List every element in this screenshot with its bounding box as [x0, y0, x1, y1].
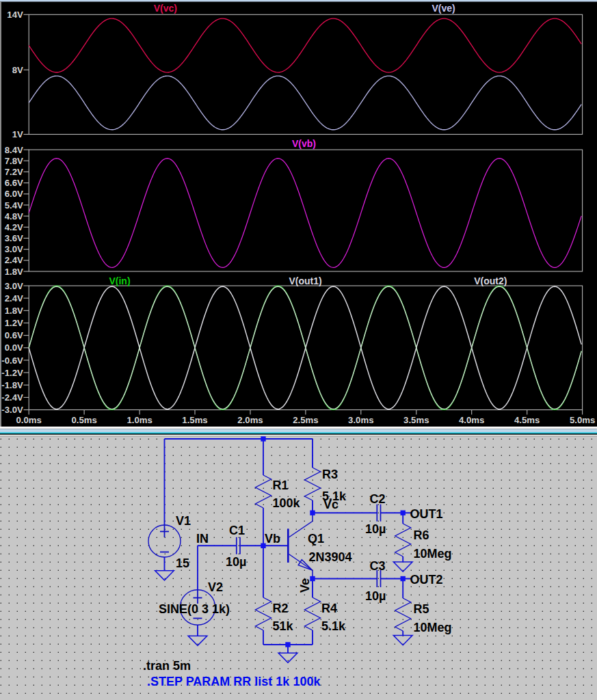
svg-text:0.0V: 0.0V — [5, 342, 23, 353]
svg-text:R5: R5 — [414, 602, 429, 616]
svg-text:V(ve): V(ve) — [432, 3, 455, 14]
svg-text:OUT1: OUT1 — [410, 507, 443, 521]
svg-text:V(vc): V(vc) — [154, 3, 177, 14]
svg-text:-3.0V: -3.0V — [1, 405, 23, 415]
svg-text:4.8V: 4.8V — [5, 211, 23, 221]
svg-text:1.8V: 1.8V — [5, 306, 23, 316]
svg-text:-0.6V: -0.6V — [1, 355, 23, 366]
svg-text:R3: R3 — [322, 468, 338, 481]
svg-text:0.5ms: 0.5ms — [71, 415, 96, 425]
svg-text:0.0ms: 0.0ms — [16, 415, 41, 425]
svg-text:Ve: Ve — [298, 578, 312, 593]
svg-text:2.4V: 2.4V — [5, 293, 23, 304]
svg-text:10Meg: 10Meg — [414, 621, 452, 634]
svg-text:5.4V: 5.4V — [5, 200, 23, 211]
svg-text:Vc: Vc — [323, 498, 339, 511]
svg-text:OUT2: OUT2 — [410, 573, 443, 587]
svg-text:3.0V: 3.0V — [5, 244, 23, 254]
svg-text:-1.2V: -1.2V — [1, 368, 23, 378]
svg-text:V(out2): V(out2) — [474, 275, 507, 286]
svg-text:10Meg: 10Meg — [414, 547, 452, 561]
svg-text:10µ: 10µ — [365, 589, 386, 603]
svg-text:1.5ms: 1.5ms — [182, 415, 207, 425]
svg-text:R2: R2 — [273, 602, 289, 615]
svg-text:V1: V1 — [176, 514, 191, 528]
svg-text:8.4V: 8.4V — [5, 145, 23, 155]
svg-text:R4: R4 — [321, 602, 337, 615]
svg-text:4.5ms: 4.5ms — [514, 415, 540, 425]
svg-text:V2: V2 — [208, 580, 223, 594]
svg-text:C3: C3 — [370, 559, 386, 573]
svg-text:R1: R1 — [273, 479, 289, 492]
svg-text:C1: C1 — [229, 524, 245, 537]
svg-text:C2: C2 — [370, 492, 386, 506]
svg-text:10µ: 10µ — [365, 522, 386, 536]
svg-text:Q1: Q1 — [308, 532, 324, 546]
svg-text:4.2V: 4.2V — [5, 222, 23, 232]
svg-text:5.1k: 5.1k — [321, 619, 346, 633]
svg-text:4.0ms: 4.0ms — [459, 415, 484, 425]
svg-text:V(in): V(in) — [109, 275, 130, 286]
svg-text:0.6V: 0.6V — [5, 330, 23, 340]
svg-text:100k: 100k — [273, 496, 301, 510]
svg-text:IN: IN — [196, 532, 209, 546]
svg-text:1.8V: 1.8V — [5, 267, 23, 277]
svg-text:7.2V: 7.2V — [5, 167, 23, 177]
svg-text:2.5ms: 2.5ms — [293, 415, 318, 425]
svg-text:51k: 51k — [273, 619, 294, 633]
svg-text:SINE(0 3 1k): SINE(0 3 1k) — [159, 602, 230, 616]
svg-text:3.6V: 3.6V — [5, 233, 23, 243]
svg-text:2.4V: 2.4V — [5, 255, 23, 265]
svg-text:Vb: Vb — [265, 532, 280, 546]
svg-text:3.5ms: 3.5ms — [403, 415, 429, 425]
svg-text:14V: 14V — [7, 10, 23, 20]
svg-text:.STEP PARAM RR list 1k 100k: .STEP PARAM RR list 1k 100k — [147, 675, 321, 688]
svg-text:2N3904: 2N3904 — [309, 550, 352, 564]
svg-text:8V: 8V — [12, 65, 23, 75]
svg-text:6.0V: 6.0V — [5, 189, 23, 199]
svg-text:R6: R6 — [414, 528, 429, 542]
svg-text:-2.4V: -2.4V — [1, 392, 23, 403]
svg-text:15: 15 — [176, 556, 189, 570]
svg-text:5.0ms: 5.0ms — [570, 415, 595, 425]
svg-text:2.0ms: 2.0ms — [237, 415, 263, 425]
svg-text:1.0ms: 1.0ms — [127, 415, 152, 425]
svg-text:6.6V: 6.6V — [5, 178, 23, 188]
svg-text:10µ: 10µ — [226, 555, 246, 569]
svg-text:.tran 5m: .tran 5m — [143, 659, 191, 673]
svg-text:1V: 1V — [12, 129, 23, 139]
svg-text:1.2V: 1.2V — [5, 318, 23, 328]
svg-text:7.8V: 7.8V — [5, 156, 23, 166]
svg-text:3.0V: 3.0V — [5, 281, 23, 291]
svg-text:V(vb): V(vb) — [292, 138, 316, 149]
svg-text:3.0ms: 3.0ms — [348, 415, 373, 425]
svg-text:V(out1): V(out1) — [289, 275, 321, 286]
svg-text:-1.8V: -1.8V — [1, 380, 23, 390]
